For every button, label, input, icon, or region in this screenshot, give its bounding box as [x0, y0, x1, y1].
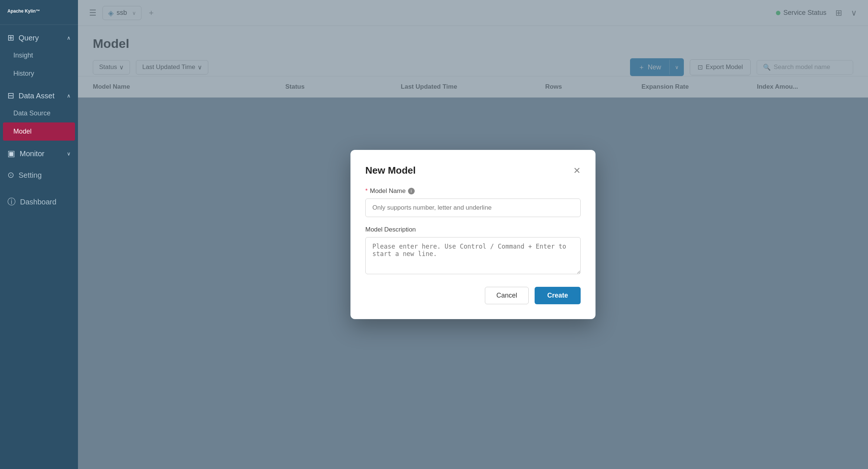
sidebar-item-data-asset[interactable]: ⊟ Data Asset ∧: [0, 83, 78, 104]
app-name: Apache Kylin: [7, 9, 36, 14]
create-button[interactable]: Create: [535, 287, 581, 304]
query-icon: ⊞: [7, 33, 14, 43]
modal-title: New Model: [365, 165, 416, 176]
monitor-icon: ▣: [7, 149, 15, 158]
model-name-label: * Model Name i: [365, 187, 581, 195]
monitor-label: Monitor: [20, 150, 45, 158]
data-asset-icon: ⊟: [7, 91, 14, 101]
close-icon[interactable]: ✕: [573, 166, 581, 175]
sidebar-query-label: Query: [19, 34, 39, 42]
insight-label: Insight: [13, 52, 33, 59]
sidebar-item-setting[interactable]: ⊙ Setting: [0, 162, 78, 188]
sidebar-item-query[interactable]: ⊞ Query ∧: [0, 25, 78, 46]
modal-overlay: New Model ✕ * Model Name i Model Descrip…: [78, 0, 868, 469]
modal-header: New Model ✕: [365, 165, 581, 176]
sidebar-item-history[interactable]: History: [0, 65, 78, 83]
new-model-modal: New Model ✕ * Model Name i Model Descrip…: [350, 150, 595, 319]
setting-icon: ⊙: [7, 170, 14, 180]
sidebar-item-model[interactable]: Model: [3, 122, 75, 141]
sidebar: Apache Kylin™ ⊞ Query ∧ Insight History …: [0, 0, 78, 469]
sidebar-item-monitor[interactable]: ▣ Monitor ∨: [0, 141, 78, 162]
info-icon[interactable]: i: [408, 188, 415, 194]
model-name-field-group: * Model Name i: [365, 187, 581, 217]
model-desc-label-text: Model Description: [365, 226, 416, 233]
model-desc-label: Model Description: [365, 226, 581, 233]
sidebar-item-dashboard[interactable]: ⓘ Dashboard: [0, 188, 78, 216]
data-source-label: Data Source: [13, 109, 50, 117]
cancel-button[interactable]: Cancel: [485, 287, 529, 304]
modal-actions: Cancel Create: [365, 287, 581, 304]
main-content: ☰ ◈ ssb ∨ + Service Status ⊞ ∨ Model Sta…: [78, 0, 868, 469]
trademark: ™: [36, 9, 40, 14]
required-indicator: *: [365, 188, 368, 194]
model-name-label-text: Model Name: [370, 187, 405, 195]
history-label: History: [13, 70, 34, 77]
model-label: Model: [13, 128, 32, 135]
dashboard-icon: ⓘ: [7, 196, 16, 207]
app-logo: Apache Kylin™: [0, 0, 78, 25]
model-desc-field-group: Model Description: [365, 226, 581, 276]
query-chevron-icon: ∧: [67, 35, 71, 41]
sidebar-item-data-source[interactable]: Data Source: [0, 104, 78, 122]
dashboard-label: Dashboard: [20, 198, 56, 206]
setting-label: Setting: [19, 171, 42, 180]
model-name-input[interactable]: [365, 199, 581, 217]
data-asset-label: Data Asset: [19, 92, 55, 100]
model-desc-textarea[interactable]: [365, 237, 581, 274]
data-asset-chevron-icon: ∧: [67, 93, 71, 99]
monitor-chevron-icon: ∨: [67, 151, 71, 157]
sidebar-item-insight[interactable]: Insight: [0, 46, 78, 65]
